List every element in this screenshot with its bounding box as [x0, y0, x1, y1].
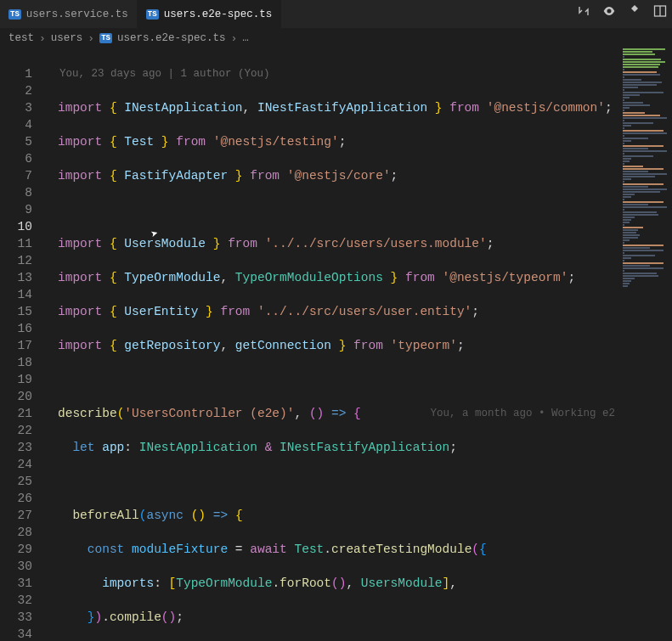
breadcrumb-file[interactable]: users.e2e-spec.ts [117, 32, 226, 44]
ts-icon: TS [8, 9, 21, 20]
breadcrumb[interactable]: test › users › TS users.e2e-spec.ts › … [0, 28, 672, 48]
breadcrumb-seg[interactable]: test [8, 32, 34, 44]
editor[interactable]: 1234567891011121314151617181920212223242… [0, 48, 672, 641]
tab-bar: TS users.service.ts TS users.e2e-spec.ts [0, 0, 672, 28]
line-gutter: 1234567891011121314151617181920212223242… [0, 48, 46, 641]
chevron-right-icon: › [39, 32, 46, 45]
breadcrumb-more[interactable]: … [242, 32, 249, 44]
split-editor-icon[interactable] [653, 4, 667, 22]
preview-icon[interactable] [602, 4, 616, 22]
author-line: You, 23 days ago | 1 author (You) [58, 65, 672, 82]
minimap[interactable] [621, 48, 672, 641]
compare-icon[interactable] [577, 4, 590, 22]
code-area[interactable]: You, 23 days ago | 1 author (You) import… [46, 48, 672, 641]
chevron-right-icon: › [231, 32, 238, 45]
tab-users-e2e[interactable]: TS users.e2e-spec.ts [138, 0, 281, 28]
tab-label: users.e2e-spec.ts [164, 8, 273, 20]
ts-icon: TS [99, 33, 112, 43]
breadcrumb-seg[interactable]: users [51, 32, 83, 44]
ts-icon: TS [146, 9, 159, 20]
tab-users-service[interactable]: TS users.service.ts [0, 0, 138, 28]
inline-codelens: You, a month ago • Working e2 [430, 405, 615, 422]
chevron-right-icon: › [88, 32, 94, 45]
tab-label: users.service.ts [26, 8, 128, 20]
split-diff-icon[interactable] [628, 4, 641, 22]
editor-toolbar [577, 4, 667, 22]
